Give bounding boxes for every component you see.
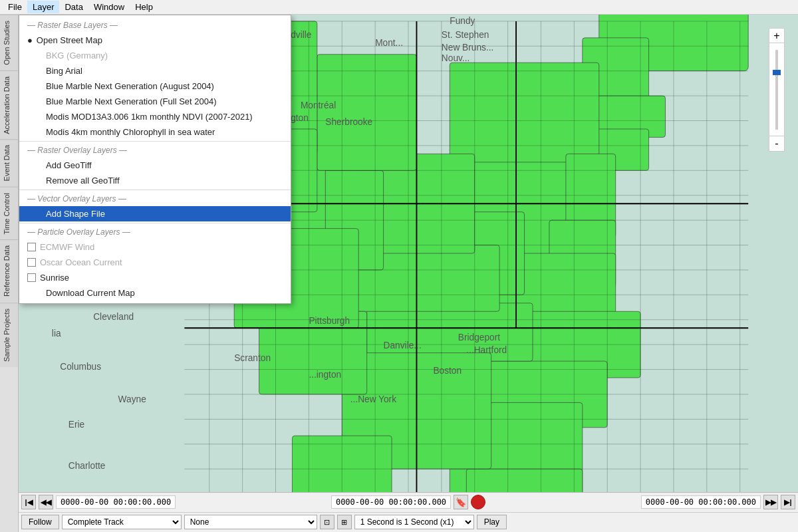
sidebar-tab-sample[interactable]: Sample Projects [0,303,18,367]
time-display-center: 0000-00-00 00:00:00.000 [331,495,451,509]
menu-data[interactable]: Data [59,1,88,13]
menu-add-geotiff[interactable]: Add GeoTiff [19,158,291,173]
sidebar-tab-event[interactable]: Event Data [0,139,18,186]
nav-first-button[interactable]: |◀ [21,495,36,509]
divider-1 [19,141,291,142]
svg-text:Columbus: Columbus [60,362,101,372]
zoom-in-button[interactable]: + [769,29,784,43]
track-select[interactable]: Complete Track Current Position None [62,515,182,529]
bookmark-button[interactable]: 🔖 [454,495,468,509]
menu-remove-geotiff[interactable]: Remove all GeoTiff [19,173,291,188]
zoom-slider-handle[interactable] [773,70,781,75]
svg-text:Sherbrooke: Sherbrooke [325,117,372,127]
svg-text:New Bruns...: New Bruns... [442,43,493,53]
svg-text:...New York: ...New York [350,394,396,404]
bottom-row2: Follow Complete Track Current Position N… [19,513,798,532]
svg-text:Erie: Erie [68,420,85,430]
svg-text:Charlotte: Charlotte [68,461,106,471]
menu-modis-chlorophyll[interactable]: Modis 4km monthly Chlorophyll in sea wat… [19,124,291,140]
svg-text:lia: lia [52,329,61,338]
sidebar-tab-reference[interactable]: Reference Data [0,239,18,302]
menu-ecmwf-wind: ECMWF Wind [19,239,291,255]
nav-last-button[interactable]: ▶| [781,495,795,509]
menu-oscar-ocean: Oscar Ocean Current [19,255,291,270]
svg-text:Mont...: Mont... [375,38,403,48]
menu-file[interactable]: File [3,1,27,13]
raster-base-layers-separator: — Raster Base Layers — [19,18,291,33]
svg-text:Cleveland: Cleveland [93,312,134,322]
menu-sunrise[interactable]: Sunrise [19,270,291,285]
menu-download-map[interactable]: Download Current Map [19,285,291,301]
vector-overlay-separator: — Vector Overlay Layers — [19,192,291,206]
ecmwf-checkbox[interactable] [27,243,36,251]
svg-text:Scranton: Scranton [234,353,271,363]
nav-prev-button[interactable]: ◀◀ [39,495,53,509]
follow-button[interactable]: Follow [21,515,59,529]
svg-text:Wayne: Wayne [118,394,147,404]
svg-rect-15 [466,469,583,492]
sidebar-tab-acceleration[interactable]: Acceleration Data [0,70,18,140]
menu-blue-marble-full[interactable]: Blue Marble Next Generation (Full Set 20… [19,94,291,109]
sidebar-tab-open-studies[interactable]: Open Studies [0,15,18,70]
raster-overlay-separator: — Raster Overlay Layers — [19,143,291,158]
menubar: File Layer Data Window Help [0,0,798,15]
svg-text:Boston: Boston [433,366,462,376]
bottom-toolbar: |◀ ◀◀ 0000-00-00 00:00:00.000 0000-00-00… [19,492,798,532]
menu-blue-marble-aug[interactable]: Blue Marble Next Generation (August 2004… [19,78,291,94]
menu-help[interactable]: Help [130,1,158,13]
oscar-checkbox[interactable] [27,258,36,267]
menu-open-street-map[interactable]: ●Open Street Map [19,33,291,48]
svg-text:Danvile...: Danvile... [384,340,422,350]
svg-text:Montréal: Montréal [301,100,336,110]
svg-text:Pittsburgh: Pittsburgh [309,316,350,326]
map-area[interactable]: Bathurst Edmundston Sudbury Québec Mont-… [19,15,798,492]
content-area: Bathurst Edmundston Sudbury Québec Mont-… [19,15,798,532]
menu-modis-ndvi[interactable]: Modis MOD13A3.006 1km monthly NDVI (2007… [19,109,291,124]
svg-text:...Hartford: ...Hartford [466,345,507,355]
speed-select[interactable]: 1 Second is 1 Second (x1) [354,515,474,529]
main-layout: Open Studies Acceleration Data Event Dat… [0,15,798,532]
time-display-left: 0000-00-00 00:00:00.000 [56,495,176,509]
divider-3 [19,223,291,223]
nav-next-button[interactable]: ▶▶ [763,495,778,509]
svg-text:Nouv...: Nouv... [442,53,469,63]
zoom-controls: + - [769,28,785,152]
svg-text:St. Stephen: St. Stephen [442,30,489,40]
zoom-slider-container [769,43,784,136]
play-button[interactable]: Play [477,515,507,529]
zoom-slider-track [775,50,778,130]
svg-rect-21 [317,55,417,171]
sunrise-checkbox[interactable] [27,273,36,282]
none-select[interactable]: None [184,515,317,529]
menu-window[interactable]: Window [88,1,130,13]
menu-layer[interactable]: Layer [27,1,60,13]
svg-text:Fundy: Fundy [450,16,475,26]
layer-dropdown-menu: — Raster Base Layers — ●Open Street Map … [19,15,291,304]
menu-bkg-germany: BKG (Germany) [19,48,291,63]
fit-button[interactable]: ⊡ [320,515,334,529]
sidebar: Open Studies Acceleration Data Event Dat… [0,15,19,532]
particle-overlay-separator: — Particle Overlay Layers — [19,225,291,239]
svg-text:Bridgeport: Bridgeport [458,332,500,342]
svg-text:...ington: ...ington [309,370,341,380]
record-button[interactable] [471,495,485,509]
menu-add-shape-file[interactable]: Add Shape File [19,206,291,221]
bottom-row1: |◀ ◀◀ 0000-00-00 00:00:00.000 0000-00-00… [19,493,798,513]
zoom-out-button[interactable]: - [769,136,784,151]
divider-2 [19,190,291,190]
expand-button[interactable]: ⊞ [337,515,352,529]
menu-bing-arial[interactable]: Bing Arial [19,63,291,78]
time-display-right: 0000-00-00 00:00:00.000 [641,495,761,509]
sidebar-tab-time-control[interactable]: Time Control [0,187,18,240]
